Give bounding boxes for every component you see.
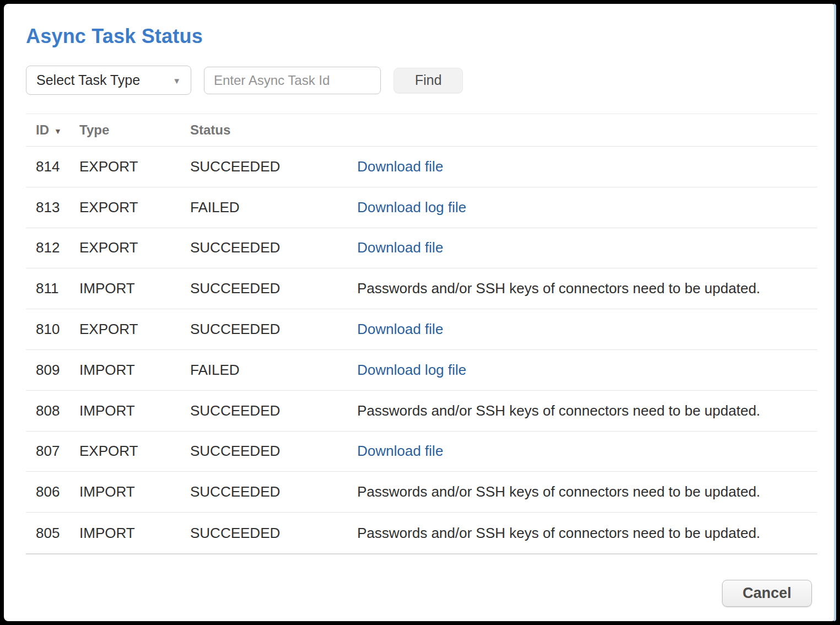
task-action-cell: Download file [357, 321, 817, 338]
task-type-cell: EXPORT [79, 321, 190, 338]
table-row: 806IMPORTSUCCEEDEDPasswords and/or SSH k… [26, 472, 817, 513]
task-action-cell: Download file [357, 158, 817, 175]
task-table: ID ▼ Type Status 814EXPORTSUCCEEDEDDownl… [26, 114, 817, 554]
task-message: Passwords and/or SSH keys of connectors … [357, 483, 760, 500]
page-title: Async Task Status [26, 25, 812, 48]
task-status-cell: SUCCEEDED [190, 525, 357, 542]
task-action-cell: Passwords and/or SSH keys of connectors … [357, 280, 817, 297]
task-type-cell: IMPORT [79, 402, 190, 419]
table-row: 805IMPORTSUCCEEDEDPasswords and/or SSH k… [26, 513, 817, 553]
task-status-cell: SUCCEEDED [190, 483, 357, 500]
task-action-cell: Download file [357, 239, 817, 256]
table-row: 812EXPORTSUCCEEDEDDownload file [26, 228, 817, 269]
table-row: 807EXPORTSUCCEEDEDDownload file [26, 432, 817, 472]
task-message: Passwords and/or SSH keys of connectors … [357, 525, 760, 541]
table-body: 814EXPORTSUCCEEDEDDownload file813EXPORT… [26, 147, 817, 554]
cancel-button[interactable]: Cancel [722, 580, 812, 607]
right-edge-highlight [834, 4, 836, 621]
task-status-cell: SUCCEEDED [190, 280, 357, 297]
chevron-down-icon: ▼ [173, 75, 181, 85]
task-type-select[interactable]: Select Task Type ▼ [26, 66, 191, 95]
task-action-cell: Passwords and/or SSH keys of connectors … [357, 525, 817, 542]
table-row: 811IMPORTSUCCEEDEDPasswords and/or SSH k… [26, 268, 817, 309]
download-file-link[interactable]: Download file [357, 321, 443, 337]
column-header-id-label: ID [36, 122, 49, 138]
task-status-cell: SUCCEEDED [190, 321, 357, 338]
task-type-cell: IMPORT [79, 525, 190, 542]
task-id-cell: 808 [26, 402, 79, 419]
task-type-cell: EXPORT [79, 443, 190, 460]
task-action-cell: Download log file [357, 199, 817, 216]
task-id-cell: 811 [26, 280, 79, 297]
task-type-cell: EXPORT [79, 158, 190, 175]
download-file-link[interactable]: Download file [357, 158, 443, 175]
task-type-cell: IMPORT [79, 483, 190, 500]
task-id-cell: 810 [26, 321, 79, 338]
table-row: 809IMPORTFAILEDDownload log file [26, 350, 817, 391]
table-row: 813EXPORTFAILEDDownload log file [26, 187, 817, 228]
task-type-select-value: Select Task Type [36, 72, 140, 88]
task-type-cell: IMPORT [79, 280, 190, 297]
download-file-link[interactable]: Download file [357, 443, 443, 459]
task-id-cell: 813 [26, 199, 79, 216]
table-header-row: ID ▼ Type Status [26, 114, 817, 147]
download-file-link[interactable]: Download file [357, 239, 443, 256]
column-header-status: Status [190, 122, 357, 138]
table-row: 810EXPORTSUCCEEDEDDownload file [26, 309, 817, 350]
task-action-cell: Passwords and/or SSH keys of connectors … [357, 402, 817, 419]
task-message: Passwords and/or SSH keys of connectors … [357, 402, 760, 419]
task-action-cell: Download file [357, 443, 817, 460]
download-log-file-link[interactable]: Download log file [357, 199, 466, 215]
filter-bar: Select Task Type ▼ Find [26, 66, 812, 95]
task-status-cell: FAILED [190, 199, 357, 216]
table-row: 808IMPORTSUCCEEDEDPasswords and/or SSH k… [26, 391, 817, 432]
task-id-input[interactable] [204, 67, 381, 94]
column-header-type: Type [79, 122, 190, 138]
task-status-cell: SUCCEEDED [190, 239, 357, 256]
task-message: Passwords and/or SSH keys of connectors … [357, 280, 760, 297]
task-action-cell: Download log file [357, 362, 817, 379]
find-button[interactable]: Find [394, 68, 463, 93]
column-header-id[interactable]: ID ▼ [26, 122, 79, 138]
task-id-cell: 812 [26, 239, 79, 256]
dialog-footer: Cancel [26, 580, 812, 607]
task-id-cell: 807 [26, 443, 79, 460]
task-status-cell: SUCCEEDED [190, 158, 357, 175]
download-log-file-link[interactable]: Download log file [357, 362, 466, 378]
task-type-cell: EXPORT [79, 239, 190, 256]
task-id-cell: 806 [26, 483, 79, 500]
async-task-status-dialog: Async Task Status Select Task Type ▼ Fin… [4, 4, 836, 621]
task-status-cell: SUCCEEDED [190, 402, 357, 419]
task-id-cell: 814 [26, 158, 79, 175]
task-status-cell: SUCCEEDED [190, 443, 357, 460]
sort-desc-icon: ▼ [54, 125, 62, 136]
task-type-cell: EXPORT [79, 199, 190, 216]
task-type-cell: IMPORT [79, 362, 190, 379]
task-action-cell: Passwords and/or SSH keys of connectors … [357, 483, 817, 500]
task-id-cell: 805 [26, 525, 79, 542]
task-status-cell: FAILED [190, 362, 357, 379]
table-row: 814EXPORTSUCCEEDEDDownload file [26, 147, 817, 187]
task-id-cell: 809 [26, 362, 79, 379]
